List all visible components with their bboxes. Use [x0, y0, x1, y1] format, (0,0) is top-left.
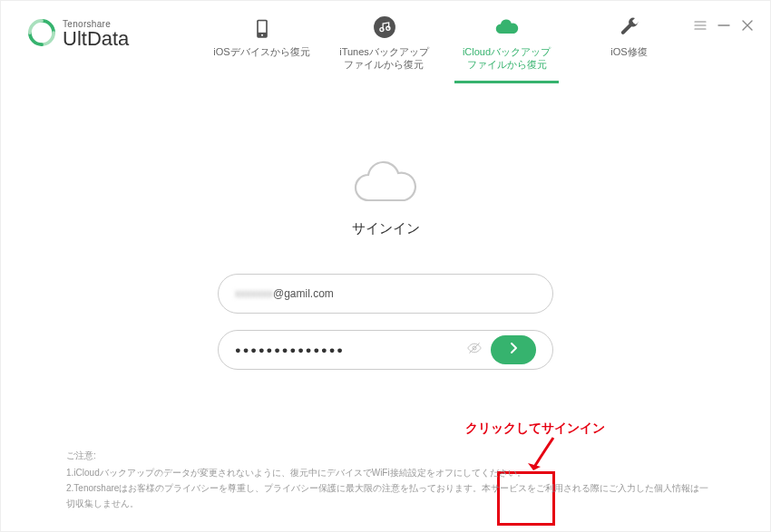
device-icon — [249, 15, 275, 40]
main-tabs: iOSデバイスから復元 iTunesバックアップ ファイルから復元 iCloud… — [210, 15, 681, 83]
app-header: Tenorshare UltData iOSデバイスから復元 iTunesバック… — [1, 1, 770, 50]
close-icon[interactable] — [741, 19, 754, 32]
password-value: ●●●●●●●●●●●●●● — [235, 344, 467, 355]
brand-logo: Tenorshare UltData — [28, 19, 129, 50]
footer-line-1: 1.iCloudバックアップのデータが変更されないように、復元中にデバイスでWi… — [66, 465, 716, 480]
password-field[interactable]: ●●●●●●●●●●●●●● — [218, 330, 553, 370]
footer-notes: ご注意: 1.iCloudバックアップのデータが変更されないように、復元中にデバ… — [66, 448, 716, 511]
tab-icloud-restore[interactable]: iCloudバックアップ ファイルから復元 — [454, 15, 559, 83]
signin-header: サインイン — [1, 159, 770, 237]
itunes-icon — [372, 15, 397, 40]
tab-ios-repair[interactable]: iOS修復 — [577, 15, 681, 83]
email-field[interactable]: xxxxxxx @gamil.com — [218, 274, 553, 314]
brand-text: Tenorshare UltData — [63, 20, 129, 49]
email-masked-prefix: xxxxxxx — [235, 287, 273, 300]
window-controls — [694, 19, 754, 32]
app-window: Tenorshare UltData iOSデバイスから復元 iTunesバック… — [0, 0, 771, 532]
footer-heading: ご注意: — [66, 448, 716, 463]
tab-label: iTunesバックアップ ファイルから復元 — [339, 45, 429, 72]
cloud-icon — [494, 15, 520, 40]
tab-label: iOS修復 — [610, 45, 647, 58]
show-password-icon[interactable] — [467, 341, 482, 359]
tab-label: iCloudバックアップ ファイルから復元 — [463, 45, 551, 72]
minimize-icon[interactable] — [717, 19, 730, 32]
cloud-outline-icon — [350, 159, 421, 209]
tab-ios-device-restore[interactable]: iOSデバイスから復元 — [210, 15, 314, 83]
signin-form: xxxxxxx @gamil.com ●●●●●●●●●●●●●● — [1, 274, 770, 370]
svg-rect-2 — [258, 21, 265, 33]
signin-button[interactable] — [491, 335, 536, 364]
menu-icon[interactable] — [694, 19, 707, 32]
footer-line-2: 2.Tenorshareはお客様のプライバシーを尊重し、プライバシー保護に最大限… — [66, 480, 716, 511]
svg-point-1 — [260, 34, 262, 36]
tab-label: iOSデバイスから復元 — [213, 45, 309, 58]
svg-point-3 — [374, 16, 395, 38]
brand-mark-icon — [28, 19, 55, 50]
wrench-icon — [617, 15, 642, 40]
main-content: サインイン xxxxxxx @gamil.com ●●●●●●●●●●●●●● — [1, 159, 770, 370]
email-domain: @gamil.com — [273, 287, 334, 300]
signin-title: サインイン — [352, 220, 420, 237]
arrow-right-icon — [507, 342, 520, 358]
tab-itunes-restore[interactable]: iTunesバックアップ ファイルから復元 — [332, 15, 436, 83]
brand-product: UltData — [63, 29, 129, 49]
